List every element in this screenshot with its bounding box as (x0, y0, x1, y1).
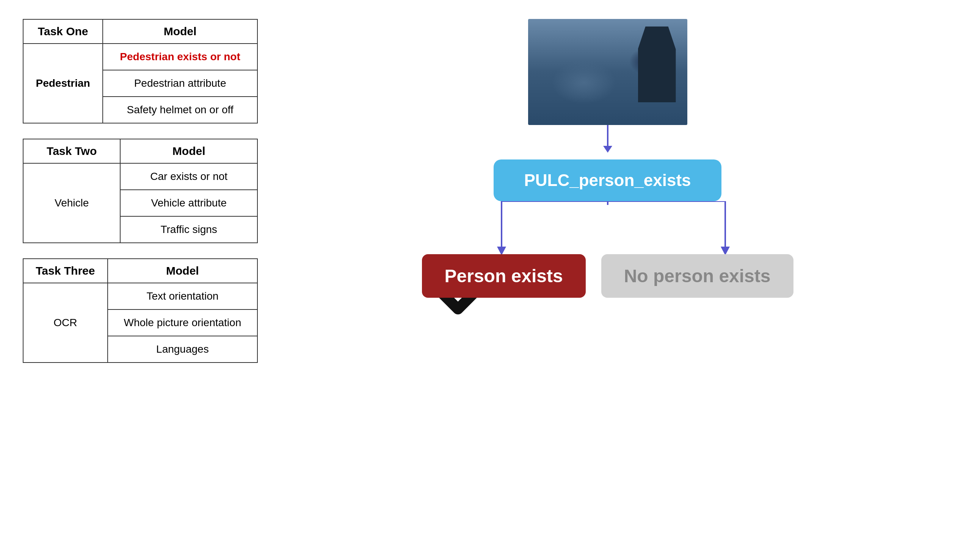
svg-point-7 (603, 98, 620, 114)
task-one-table: Task One Model Pedestrian Pedestrian exi… (23, 19, 258, 124)
left-panel: Task One Model Pedestrian Pedestrian exi… (23, 15, 258, 532)
no-person-label: No person exists (624, 266, 771, 286)
table-row: Vehicle Car exists or not (23, 163, 258, 190)
svg-rect-2 (551, 68, 627, 106)
pulc-label: PULC_person_exists (524, 171, 691, 189)
svg-rect-3 (558, 60, 619, 91)
svg-rect-8 (646, 34, 672, 102)
task-three-header: Task Three (23, 259, 108, 283)
arrow-head-1 (603, 146, 612, 153)
pedestrian-label: Pedestrian (23, 44, 103, 123)
pedestrian-model-3: Safety helmet on or off (103, 97, 258, 123)
person-exists-box: Person exists (422, 254, 586, 298)
person-exists-label: Person exists (445, 266, 563, 286)
table-row: OCR Text orientation (23, 283, 258, 309)
svg-rect-5 (595, 63, 615, 82)
svg-point-13 (559, 103, 573, 117)
svg-point-9 (648, 22, 670, 43)
right-panel: PULC_person_exists (258, 15, 957, 532)
arrow-stem-1 (607, 125, 608, 146)
car-image (528, 19, 687, 125)
task-one-header: Task One (23, 19, 103, 44)
task-two-table: Task Two Model Vehicle Car exists or not… (23, 139, 258, 243)
no-person-box: No person exists (601, 254, 794, 298)
ocr-model-2: Whole picture orientation (108, 309, 258, 336)
svg-point-1 (532, 60, 630, 114)
ocr-label: OCR (23, 283, 108, 363)
svg-rect-0 (528, 19, 687, 125)
task-three-table: Task Three Model OCR Text orientation Wh… (23, 258, 258, 363)
table-row: Pedestrian Pedestrian exists or not (23, 44, 258, 70)
ocr-model-3: Languages (108, 336, 258, 363)
pulc-box: PULC_person_exists (493, 160, 721, 201)
task-one-model-header: Model (103, 19, 258, 44)
vehicle-label: Vehicle (23, 163, 120, 243)
car-scene-svg (528, 19, 687, 125)
task-two-header: Task Two (23, 139, 120, 163)
ocr-model-1: Text orientation (108, 283, 258, 309)
pedestrian-model-1: Pedestrian exists or not (103, 44, 258, 70)
diagram-container: PULC_person_exists (304, 19, 911, 320)
branch-arrows-container: Person exists No person exists (399, 201, 816, 262)
task-two-model-header: Model (120, 139, 258, 163)
branch-svg (399, 201, 816, 262)
svg-rect-11 (528, 79, 574, 110)
task-three-model-header: Model (108, 259, 258, 283)
vehicle-model-2: Vehicle attribute (120, 190, 258, 216)
pedestrian-model-2: Pedestrian attribute (103, 70, 258, 97)
svg-point-6 (558, 98, 574, 114)
svg-point-12 (529, 103, 542, 117)
vehicle-model-1: Car exists or not (120, 163, 258, 190)
vehicle-model-3: Traffic signs (120, 216, 258, 243)
svg-rect-10 (626, 59, 649, 69)
svg-rect-4 (566, 63, 589, 82)
outcomes-row: Person exists No person exists (399, 254, 816, 298)
